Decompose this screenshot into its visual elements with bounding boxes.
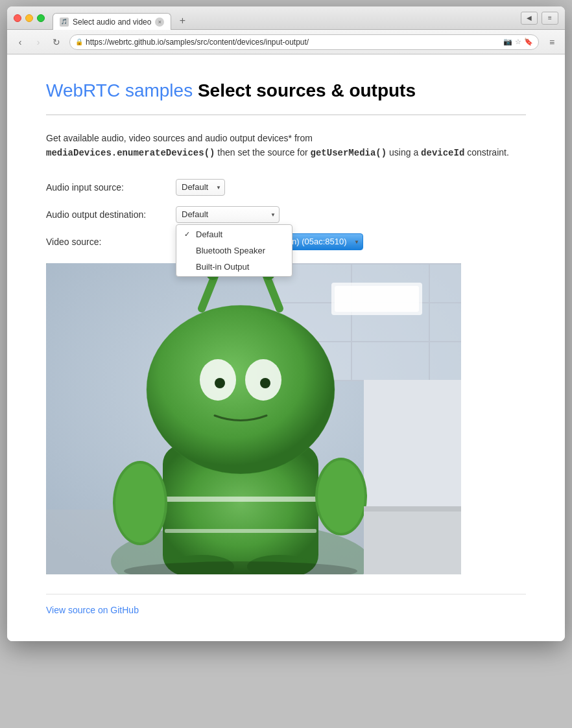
- audio-input-label: Audio input source:: [46, 182, 176, 193]
- window-left-btn[interactable]: ◀: [521, 12, 538, 25]
- audio-output-dropdown[interactable]: ✓ Default Bluetooth Speaker Built-in Out…: [176, 224, 292, 277]
- window-right-btn[interactable]: ≡: [542, 12, 558, 25]
- dropdown-item-default[interactable]: ✓ Default: [176, 226, 292, 242]
- audio-output-label: Audio output destination:: [46, 209, 176, 220]
- svg-rect-33: [364, 510, 461, 574]
- dropdown-item-label-bt: Bluetooth Speaker: [196, 246, 265, 255]
- content-area: WebRTC samples Select sources & outputs …: [7, 54, 565, 641]
- bookmark-icon[interactable]: ☆: [515, 38, 521, 46]
- forward-button[interactable]: ›: [30, 34, 46, 50]
- svg-point-20: [147, 305, 335, 474]
- svg-rect-10: [335, 286, 419, 312]
- desc-code-1: mediaDevices.enumerateDevices(): [46, 148, 215, 158]
- back-button[interactable]: ‹: [12, 34, 28, 50]
- check-icon: ✓: [184, 230, 192, 239]
- audio-input-wrapper: Default: [176, 179, 225, 196]
- svg-point-28: [260, 378, 270, 388]
- traffic-lights: [14, 14, 45, 22]
- extensions-icon[interactable]: 🔖: [524, 38, 533, 46]
- desc-text-3: using a: [389, 147, 421, 158]
- svg-rect-34: [364, 506, 461, 511]
- audio-input-row: Audio input source: Default: [46, 179, 526, 196]
- svg-point-17: [115, 464, 165, 543]
- address-icons: 📷 ☆ 🔖: [503, 38, 533, 46]
- webrtc-title-part: WebRTC samples: [46, 80, 193, 100]
- page-header: WebRTC samples Select sources & outputs: [46, 80, 526, 115]
- svg-rect-2: [273, 263, 461, 264]
- dropdown-item-builtin[interactable]: Built-in Output: [176, 259, 292, 275]
- browser-window: 🎵 Select audio and video × + ◀ ≡ ‹ ›: [7, 6, 565, 641]
- video-svg: [46, 263, 461, 574]
- address-bar[interactable]: 🔒 https://webrtc.github.io/samples/src/c…: [69, 34, 539, 50]
- menu-button[interactable]: ≡: [544, 34, 560, 50]
- nav-bar: ‹ › ↻ 🔒 https://webrtc.github.io/samples…: [7, 30, 565, 54]
- dropdown-item-label-bi: Built-in Output: [196, 262, 249, 272]
- desc-code-3: deviceId: [421, 148, 464, 158]
- desc-text-4: constraint.: [467, 147, 509, 158]
- active-tab[interactable]: 🎵 Select audio and video ×: [53, 13, 171, 30]
- video-source-label: Video source:: [46, 237, 176, 247]
- svg-rect-8: [429, 263, 430, 380]
- refresh-button[interactable]: ↻: [49, 34, 64, 50]
- github-link[interactable]: View source on GitHub: [46, 605, 139, 615]
- page-title-bold: Select sources & outputs: [198, 80, 416, 100]
- svg-point-27: [215, 378, 225, 388]
- video-icon: 📷: [503, 38, 512, 46]
- audio-output-row: Audio output destination: Default Blueto…: [46, 206, 526, 223]
- lock-icon: 🔒: [75, 38, 83, 45]
- desc-code-2: getUserMedia(): [311, 148, 387, 158]
- tab-favicon: 🎵: [60, 18, 69, 27]
- new-tab-button[interactable]: +: [174, 12, 191, 29]
- svg-point-19: [318, 460, 364, 533]
- dropdown-item-bluetooth[interactable]: Bluetooth Speaker: [176, 242, 292, 259]
- tab-bar: 🎵 Select audio and video × +: [53, 6, 191, 29]
- svg-rect-15: [163, 497, 318, 502]
- video-preview: [46, 263, 461, 574]
- maximize-button[interactable]: [37, 14, 45, 22]
- tab-close-button[interactable]: ×: [155, 18, 164, 27]
- controls-section: Audio input source: Default Audio output…: [46, 179, 526, 250]
- svg-rect-29: [165, 529, 316, 533]
- desc-text-2: then set the source for: [217, 147, 310, 158]
- minimize-button[interactable]: [25, 14, 33, 22]
- audio-input-select[interactable]: Default: [176, 179, 225, 196]
- footer-divider: [46, 594, 526, 594]
- desc-text-1: Get available audio, video sources and a…: [46, 133, 313, 143]
- url-text: https://webrtc.github.io/samples/src/con…: [86, 38, 501, 47]
- page-title: WebRTC samples Select sources & outputs: [46, 80, 526, 101]
- description: Get available audio, video sources and a…: [46, 131, 526, 161]
- title-bar: 🎵 Select audio and video × + ◀ ≡: [7, 6, 565, 30]
- tab-title: Select audio and video: [73, 18, 151, 27]
- audio-output-wrapper: Default Bluetooth Speaker Built-in Outpu…: [176, 206, 280, 223]
- svg-rect-7: [351, 263, 352, 380]
- dropdown-item-label: Default: [196, 229, 222, 239]
- audio-output-select[interactable]: Default Bluetooth Speaker Built-in Outpu…: [176, 206, 280, 223]
- window-controls-right: ◀ ≡: [521, 12, 558, 25]
- close-button[interactable]: [14, 14, 21, 22]
